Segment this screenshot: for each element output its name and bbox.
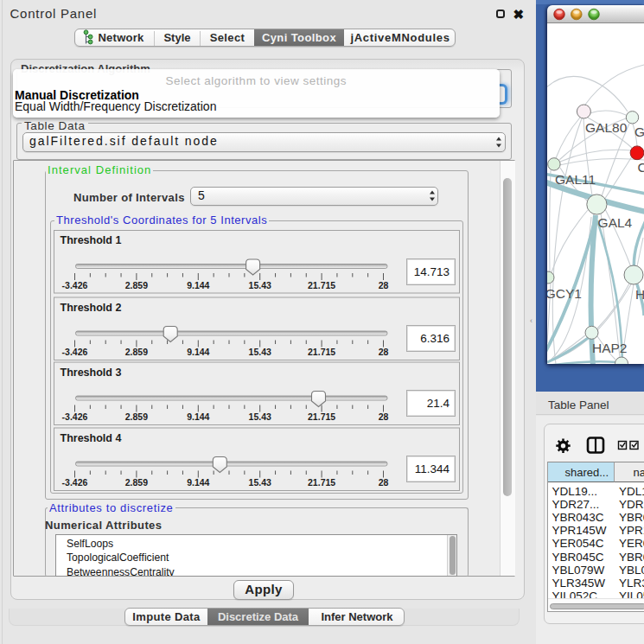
svg-text:28: 28 bbox=[378, 477, 388, 488]
svg-text:15.43: 15.43 bbox=[248, 280, 271, 290]
svg-text:GAL80: GAL80 bbox=[585, 120, 628, 135]
svg-text:HAP2: HAP2 bbox=[592, 341, 628, 355]
svg-text:2.859: 2.859 bbox=[124, 411, 147, 422]
svg-text:Threshold 3: Threshold 3 bbox=[60, 367, 121, 379]
svg-text:-3.426: -3.426 bbox=[61, 280, 87, 290]
svg-text:28: 28 bbox=[378, 280, 388, 290]
svg-text:15.43: 15.43 bbox=[248, 477, 271, 488]
svg-text:28: 28 bbox=[378, 411, 388, 422]
svg-text:GA: GA bbox=[634, 124, 644, 139]
svg-text:Threshold 4: Threshold 4 bbox=[60, 432, 121, 444]
svg-text:GCY1: GCY1 bbox=[547, 286, 582, 301]
svg-text:21.715: 21.715 bbox=[308, 280, 335, 290]
svg-text:2.859: 2.859 bbox=[124, 280, 147, 290]
svg-text:-3.426: -3.426 bbox=[61, 477, 87, 488]
svg-text:CD: CD bbox=[638, 160, 644, 175]
svg-text:-3.426: -3.426 bbox=[61, 411, 87, 422]
svg-text:9.144: 9.144 bbox=[187, 347, 209, 357]
svg-text:Threshold 2: Threshold 2 bbox=[60, 302, 121, 314]
svg-text:-3.426: -3.426 bbox=[61, 347, 87, 357]
svg-text:Threshold 1: Threshold 1 bbox=[60, 234, 121, 246]
svg-text:15.43: 15.43 bbox=[248, 347, 271, 357]
svg-text:9.144: 9.144 bbox=[187, 477, 209, 488]
svg-text:21.715: 21.715 bbox=[308, 347, 335, 357]
svg-text:2.859: 2.859 bbox=[124, 347, 147, 357]
svg-text:21.715: 21.715 bbox=[308, 477, 335, 488]
svg-text:9.144: 9.144 bbox=[187, 411, 209, 422]
svg-text:21.715: 21.715 bbox=[308, 411, 335, 422]
svg-text:9.144: 9.144 bbox=[187, 280, 209, 290]
svg-text:2.859: 2.859 bbox=[124, 477, 147, 488]
svg-text:GAL4: GAL4 bbox=[598, 215, 633, 230]
svg-text:28: 28 bbox=[378, 347, 388, 357]
svg-text:15.43: 15.43 bbox=[248, 411, 271, 422]
svg-text:HI: HI bbox=[635, 287, 644, 302]
svg-text:GAL11: GAL11 bbox=[555, 172, 596, 187]
